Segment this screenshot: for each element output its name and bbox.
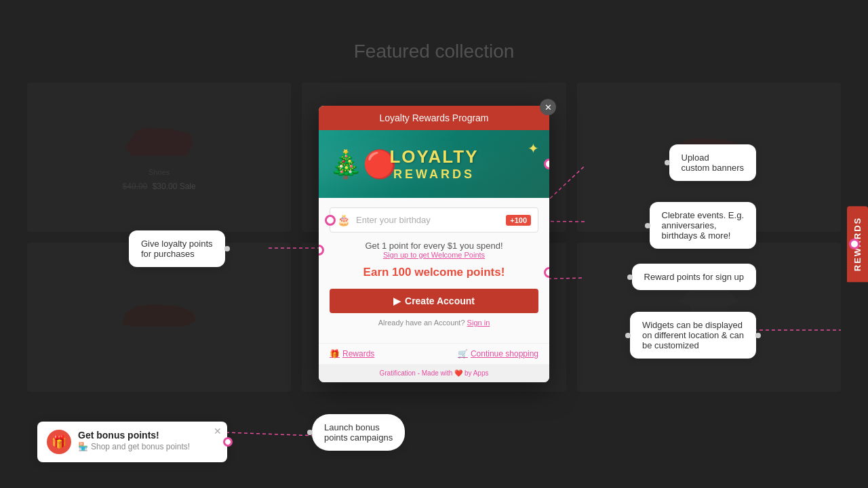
earn-connector-dot bbox=[319, 245, 324, 256]
launch-bonus-text: Launch bonuspoints campaigns bbox=[324, 422, 393, 443]
banner-text: LOYALTY REWARDS bbox=[389, 146, 478, 182]
gift-icon: 🎁 bbox=[330, 349, 340, 359]
bonus-sub-icon: 🏪 bbox=[78, 442, 88, 451]
celebrate-callout: Clebrate events. E.g.anniversaries,birth… bbox=[650, 202, 756, 249]
create-account-button[interactable]: ▶ Create Account bbox=[330, 289, 538, 313]
reward-signup-text: Reward points for sign up bbox=[644, 272, 744, 282]
modal-body: 🎂 Enter your birthday +100 Get 1 point f… bbox=[319, 198, 549, 343]
birthday-field[interactable]: 🎂 Enter your birthday +100 bbox=[330, 207, 538, 232]
rewards-text: REWARDS bbox=[389, 167, 478, 182]
loyalty-text: LOYALTY bbox=[389, 146, 478, 167]
welcome-text: Earn 100 welcome points! bbox=[363, 266, 505, 279]
upload-banners-text: Uploadcustom banners bbox=[682, 152, 745, 173]
celebrate-text: Clebrate events. E.g.anniversaries,birth… bbox=[662, 210, 744, 241]
calendar-icon: 🎂 bbox=[337, 214, 351, 226]
modal-container: ✕ Loyalty Rewards Program 🎄🔴 LOYALTY REW… bbox=[319, 106, 549, 382]
widgets-dot-right bbox=[755, 333, 761, 338]
rewards-link[interactable]: 🎁 Rewards bbox=[330, 349, 374, 359]
reward-signup-dot-left bbox=[627, 274, 633, 280]
birthday-badge: +100 bbox=[506, 215, 531, 226]
widgets-callout: Widgets can be displayedon different loc… bbox=[630, 312, 756, 359]
give-points-dot-right bbox=[224, 246, 230, 251]
modal-title: Loyalty Rewards Program bbox=[379, 113, 488, 123]
play-icon: ▶ bbox=[393, 296, 401, 306]
continue-shopping-link[interactable]: 🛒 Continue shopping bbox=[458, 349, 538, 359]
launch-bonus-callout: Launch bonuspoints campaigns bbox=[312, 414, 405, 451]
modal-footer-links: 🎁 Rewards 🛒 Continue shopping bbox=[319, 343, 549, 364]
bonus-gift-icon: 🎁 bbox=[47, 430, 71, 454]
rewards-tab-dot bbox=[849, 239, 860, 249]
loyalty-modal: ✕ Loyalty Rewards Program 🎄🔴 LOYALTY REW… bbox=[319, 106, 549, 382]
banner-connector-dot bbox=[544, 159, 549, 169]
signin-section: Already have an Account? Sign in bbox=[330, 319, 538, 327]
attribution-text: Gratification - Made with ❤️ by Apps bbox=[380, 369, 489, 377]
earn-section: Get 1 point for every $1 you spend! Sign… bbox=[330, 241, 538, 259]
bonus-title: Get bonus points! bbox=[78, 430, 190, 441]
reward-signup-callout: Reward points for sign up bbox=[632, 264, 756, 290]
give-points-callout: Give loyalty pointsfor purchases bbox=[129, 230, 225, 267]
give-points-text: Give loyalty pointsfor purchases bbox=[141, 239, 213, 259]
bonus-popup-content: Get bonus points! 🏪 Shop and get bonus p… bbox=[78, 430, 190, 451]
bonus-close-button[interactable]: ✕ bbox=[214, 426, 222, 436]
bonus-sub-text: Shop and get bonus points! bbox=[91, 442, 190, 451]
welcome-connector-dot bbox=[544, 267, 549, 278]
signin-text: Already have an Account? bbox=[378, 319, 465, 327]
continue-shopping-label: Continue shopping bbox=[471, 349, 538, 359]
create-account-label: Create Account bbox=[405, 296, 475, 306]
earn-sub[interactable]: Sign up to get Welcome Points bbox=[330, 251, 538, 259]
star-icon: ✦ bbox=[528, 140, 539, 157]
launch-bonus-dot-left bbox=[307, 430, 313, 435]
bonus-connector-dot bbox=[223, 437, 233, 447]
bonus-sub: 🏪 Shop and get bonus points! bbox=[78, 442, 190, 451]
widgets-dot-left bbox=[625, 333, 631, 338]
modal-attribution: Gratification - Made with ❤️ by Apps bbox=[319, 364, 549, 382]
upload-banners-callout: Uploadcustom banners bbox=[669, 144, 757, 181]
modal-banner: 🎄🔴 LOYALTY REWARDS ✦ bbox=[319, 130, 549, 198]
earn-title: Get 1 point for every $1 you spend! bbox=[330, 241, 538, 251]
signin-link[interactable]: Sign in bbox=[467, 319, 490, 327]
welcome-points: Earn 100 welcome points! bbox=[330, 266, 538, 279]
modal-header: Loyalty Rewards Program bbox=[319, 106, 549, 130]
widgets-text: Widgets can be displayedon different loc… bbox=[642, 320, 744, 350]
cart-icon: 🛒 bbox=[458, 349, 468, 359]
ornament-icon: 🎄🔴 bbox=[329, 148, 397, 180]
birthday-placeholder: Enter your birthday bbox=[356, 215, 506, 225]
bonus-popup: 🎁 Get bonus points! 🏪 Shop and get bonus… bbox=[37, 422, 227, 462]
celebrate-dot-left bbox=[645, 223, 650, 228]
rewards-link-label: Rewards bbox=[342, 349, 374, 359]
upload-dot-left bbox=[665, 160, 670, 165]
birthday-connector-dot bbox=[325, 215, 336, 226]
